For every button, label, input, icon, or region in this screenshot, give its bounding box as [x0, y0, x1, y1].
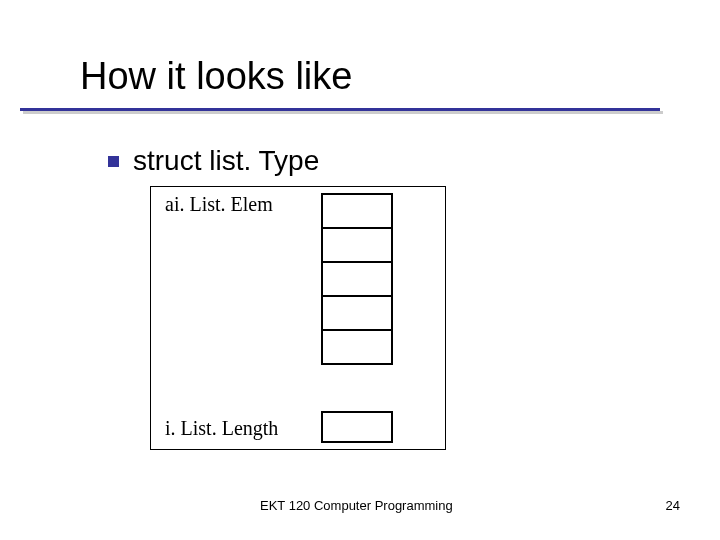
length-cell [321, 411, 393, 443]
array-cell [321, 329, 393, 365]
label-array-elem: ai. List. Elem [165, 193, 273, 216]
footer-course: EKT 120 Computer Programming [260, 498, 453, 513]
title-underline [20, 108, 660, 111]
array-cell [321, 193, 393, 229]
slide-title-area: How it looks like [80, 55, 352, 98]
slide: How it looks like struct list. Type ai. … [0, 0, 720, 540]
array-cell [321, 227, 393, 263]
slide-title: How it looks like [80, 55, 352, 97]
diagram-container: ai. List. Elem i. List. Length [150, 186, 446, 450]
array-cell [321, 261, 393, 297]
array-stack [321, 193, 393, 363]
label-length: i. List. Length [165, 417, 278, 440]
square-bullet-icon [108, 156, 119, 167]
bullet-row: struct list. Type [108, 145, 319, 177]
title-underline-shadow [23, 111, 663, 114]
bullet-text: struct list. Type [133, 145, 319, 177]
array-cell [321, 295, 393, 331]
slide-number: 24 [666, 498, 680, 513]
